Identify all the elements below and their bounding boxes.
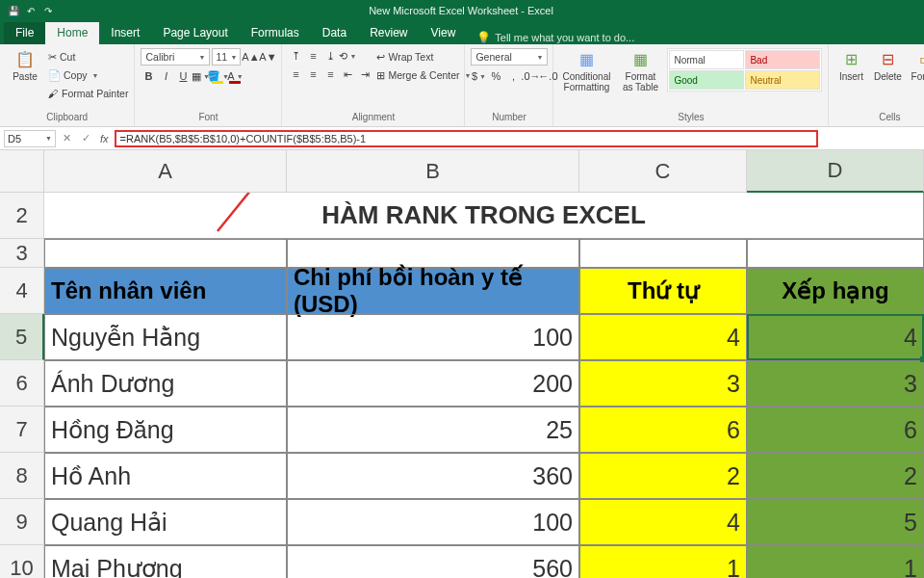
- font-color-button[interactable]: A▼: [227, 68, 243, 84]
- col-header-c[interactable]: C: [579, 150, 747, 193]
- cell-c7[interactable]: 6: [579, 407, 747, 453]
- enter-formula-button[interactable]: ✓: [77, 130, 94, 147]
- align-right-button[interactable]: ≡: [322, 66, 338, 82]
- cell-a6[interactable]: Ánh Dương: [44, 360, 287, 407]
- increase-decimal-button[interactable]: .0→: [523, 68, 538, 84]
- font-size-select[interactable]: 11▼: [212, 48, 241, 66]
- cell-styles-gallery[interactable]: Normal Bad Good Neutral: [667, 48, 822, 92]
- increase-indent-button[interactable]: ⇥: [357, 66, 372, 82]
- insert-cells-button[interactable]: ⊞Insert: [834, 48, 867, 84]
- cell-b9[interactable]: 100: [287, 499, 579, 545]
- cell-d4[interactable]: Xếp hạng: [747, 268, 924, 314]
- col-header-a[interactable]: A: [44, 150, 287, 193]
- format-as-table-button[interactable]: ▦ Format as Table: [617, 48, 663, 94]
- cell-d5[interactable]: 4: [747, 314, 924, 360]
- cell-b10[interactable]: 560: [287, 545, 579, 578]
- orientation-button[interactable]: ⟲▼: [340, 48, 355, 64]
- cell-d10[interactable]: 1: [747, 545, 924, 578]
- copy-button[interactable]: 📄Copy▼: [48, 66, 128, 84]
- cell-a5[interactable]: Nguyễn Hằng: [44, 314, 287, 360]
- fill-color-button[interactable]: 🪣▼: [210, 68, 225, 84]
- decrease-indent-button[interactable]: ⇤: [340, 66, 355, 82]
- cell-c4[interactable]: Thứ tự: [579, 268, 747, 314]
- row-header-10[interactable]: 10: [0, 545, 44, 578]
- style-bad[interactable]: Bad: [745, 50, 820, 69]
- align-left-button[interactable]: ≡: [288, 66, 303, 82]
- tab-insert[interactable]: Insert: [99, 22, 151, 44]
- cell-a4[interactable]: Tên nhân viên: [44, 268, 287, 314]
- save-icon[interactable]: 💾: [6, 3, 21, 18]
- font-name-select[interactable]: Calibri▼: [141, 48, 210, 66]
- cell-a3[interactable]: [44, 239, 287, 268]
- tab-review[interactable]: Review: [358, 22, 419, 44]
- align-center-button[interactable]: ≡: [305, 66, 321, 82]
- tab-home[interactable]: Home: [45, 22, 99, 44]
- tab-file[interactable]: File: [4, 22, 45, 44]
- cell-b8[interactable]: 360: [287, 453, 579, 499]
- tab-formulas[interactable]: Formulas: [240, 22, 311, 44]
- delete-cells-button[interactable]: ⊟Delete: [871, 48, 904, 84]
- tell-me[interactable]: 💡 Tell me what you want to do...: [476, 31, 634, 44]
- cell-a7[interactable]: Hồng Đăng: [44, 407, 287, 453]
- cancel-formula-button[interactable]: ✕: [58, 130, 75, 147]
- cell-d7[interactable]: 6: [747, 407, 924, 453]
- cell-b6[interactable]: 200: [287, 360, 579, 407]
- row-header-3[interactable]: 3: [0, 239, 44, 268]
- row-header-9[interactable]: 9: [0, 499, 44, 545]
- row-header-2[interactable]: 2: [0, 193, 44, 239]
- align-bottom-button[interactable]: ⤓: [322, 48, 338, 64]
- tab-data[interactable]: Data: [311, 22, 358, 44]
- cell-c5[interactable]: 4: [579, 314, 747, 360]
- cut-button[interactable]: ✂Cut: [48, 48, 128, 66]
- paste-button[interactable]: 📋 Paste: [6, 48, 44, 84]
- cell-d9[interactable]: 5: [747, 499, 924, 545]
- cell-c9[interactable]: 4: [579, 499, 747, 545]
- grow-font-button[interactable]: A▲: [243, 49, 258, 65]
- percent-button[interactable]: %: [488, 68, 503, 84]
- underline-button[interactable]: U: [175, 68, 191, 84]
- format-cells-button[interactable]: ▭Format: [908, 48, 924, 84]
- comma-button[interactable]: ,: [505, 68, 521, 84]
- cell-d8[interactable]: 2: [747, 453, 924, 499]
- style-normal[interactable]: Normal: [669, 50, 744, 69]
- italic-button[interactable]: I: [158, 68, 173, 84]
- row-header-8[interactable]: 8: [0, 453, 44, 499]
- cell-d6[interactable]: 3: [747, 360, 924, 407]
- row-header-7[interactable]: 7: [0, 407, 44, 453]
- cell-d3[interactable]: [747, 239, 924, 268]
- tab-view[interactable]: View: [420, 22, 468, 44]
- cell-b7[interactable]: 25: [287, 407, 579, 453]
- cell-a10[interactable]: Mai Phương: [44, 545, 287, 578]
- undo-icon[interactable]: ↶: [23, 3, 38, 18]
- col-header-b[interactable]: B: [287, 150, 579, 193]
- wrap-text-button[interactable]: ↩Wrap Text: [376, 48, 471, 66]
- cell-a9[interactable]: Quang Hải: [44, 499, 287, 545]
- cell-a8[interactable]: Hồ Anh: [44, 453, 287, 499]
- select-all-corner[interactable]: [0, 150, 44, 193]
- cell-c6[interactable]: 3: [579, 360, 747, 407]
- tab-page-layout[interactable]: Page Layout: [151, 22, 239, 44]
- cell-b4[interactable]: Chi phí bồi hoàn y tế (USD): [287, 268, 579, 314]
- cell-b5[interactable]: 100: [287, 314, 579, 360]
- bold-button[interactable]: B: [141, 68, 156, 84]
- align-top-button[interactable]: ⤒: [288, 48, 303, 64]
- row-header-4[interactable]: 4: [0, 268, 44, 314]
- conditional-formatting-button[interactable]: ▦ Conditional Formatting: [559, 48, 613, 94]
- cell-title[interactable]: HÀM RANK TRONG EXCEL: [44, 193, 924, 239]
- align-middle-button[interactable]: ≡: [305, 48, 321, 64]
- fx-icon[interactable]: fx: [96, 133, 113, 144]
- style-neutral[interactable]: Neutral: [745, 70, 820, 90]
- spreadsheet[interactable]: A B C D 2 HÀM RANK TRONG EXCEL 3 4 Tên n…: [0, 150, 924, 578]
- name-box[interactable]: D5▼: [4, 130, 56, 147]
- row-header-6[interactable]: 6: [0, 360, 44, 407]
- style-good[interactable]: Good: [669, 70, 744, 90]
- redo-icon[interactable]: ↷: [40, 3, 56, 18]
- row-header-5[interactable]: 5: [0, 314, 44, 360]
- merge-center-button[interactable]: ⊞Merge & Center▼: [376, 66, 471, 84]
- accounting-format-button[interactable]: $▼: [471, 68, 486, 84]
- formula-input[interactable]: =RANK(B5,$B$5:B$10,0)+COUNTIF($B$5:B5,B5…: [115, 130, 818, 147]
- cell-c10[interactable]: 1: [579, 545, 747, 578]
- cell-c8[interactable]: 2: [579, 453, 747, 499]
- cell-c3[interactable]: [579, 239, 747, 268]
- number-format-select[interactable]: General▼: [471, 48, 548, 66]
